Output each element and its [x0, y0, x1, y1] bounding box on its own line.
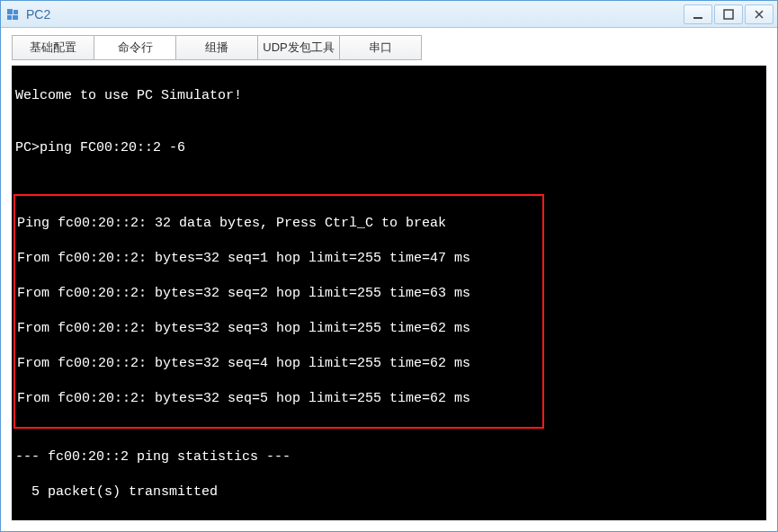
ping-result-highlight: Ping fc00:20::2: 32 data bytes, Press Ct…: [13, 194, 544, 430]
tab-bar: 基础配置 命令行 组播 UDP发包工具 串口: [1, 28, 777, 66]
terminal-line: 5 packet(s) received: [13, 519, 765, 521]
tab-serial[interactable]: 串口: [339, 35, 422, 60]
tab-basic-config[interactable]: 基础配置: [12, 35, 94, 60]
close-button[interactable]: [745, 4, 774, 24]
terminal-output[interactable]: Welcome to use PC Simulator! PC>ping FC0…: [12, 66, 766, 520]
tab-label: 串口: [369, 40, 392, 56]
tab-label: 基础配置: [30, 40, 76, 56]
terminal-line: From fc00:20::2: bytes=32 seq=4 hop limi…: [15, 355, 542, 373]
terminal-line: From fc00:20::2: bytes=32 seq=5 hop limi…: [15, 390, 542, 408]
tab-multicast[interactable]: 组播: [175, 35, 258, 60]
terminal-prompt: PC>ping FC00:20::2 -6: [13, 139, 765, 157]
terminal-line: From fc00:20::2: bytes=32 seq=3 hop limi…: [15, 320, 542, 338]
terminal-line: From fc00:20::2: bytes=32 seq=2 hop limi…: [15, 285, 542, 303]
maximize-button[interactable]: [714, 4, 743, 24]
tab-label: UDP发包工具: [263, 40, 334, 56]
terminal-line: Ping fc00:20::2: 32 data bytes, Press Ct…: [15, 215, 542, 233]
window-controls: [684, 4, 774, 24]
tab-udp-tool[interactable]: UDP发包工具: [257, 35, 340, 60]
tab-label: 命令行: [118, 40, 153, 56]
terminal-line: From fc00:20::2: bytes=32 seq=1 hop limi…: [15, 250, 542, 268]
app-window: PC2 基础配置 命令行 组播 UDP发包工具 串口 Welcome to us…: [0, 0, 778, 532]
titlebar: PC2: [1, 1, 777, 28]
terminal-line: Welcome to use PC Simulator!: [13, 87, 765, 105]
window-title: PC2: [26, 7, 684, 22]
terminal-line: --- fc00:20::2 ping statistics ---: [13, 448, 765, 466]
minimize-button[interactable]: [684, 4, 712, 24]
tab-label: 组播: [205, 40, 228, 56]
app-icon: [4, 6, 21, 22]
tab-command-line[interactable]: 命令行: [94, 35, 176, 60]
svg-rect-1: [724, 10, 733, 19]
terminal-line: 5 packet(s) transmitted: [13, 483, 765, 501]
svg-rect-0: [693, 17, 702, 19]
